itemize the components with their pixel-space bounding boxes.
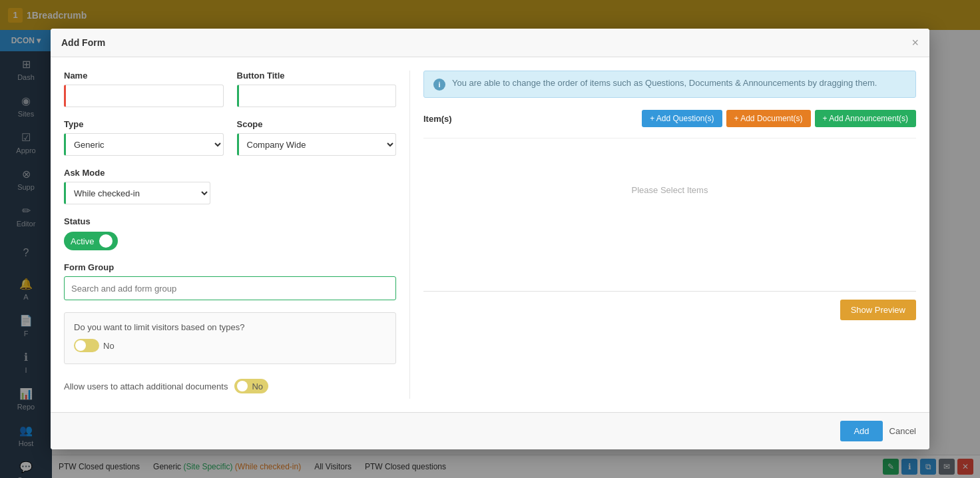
allow-attach-toggle-circle	[237, 381, 248, 391]
button-title-input[interactable]	[237, 85, 397, 107]
items-label: Item(s)	[423, 114, 452, 124]
items-area: Please Select Items	[423, 138, 916, 284]
modal-footer: Add Cancel	[51, 412, 929, 449]
info-banner: i You are able to change the order of it…	[423, 71, 916, 98]
name-label: Name	[64, 71, 224, 81]
status-section: Status Active	[64, 216, 396, 250]
form-group-section: Form Group	[64, 262, 396, 300]
add-button[interactable]: Add	[840, 421, 882, 441]
name-input[interactable]	[64, 85, 224, 107]
toggle-circle	[99, 234, 113, 248]
allow-attach-row: Allow users to attach additional documen…	[64, 373, 396, 399]
ask-mode-label: Ask Mode	[64, 168, 396, 178]
type-label: Type	[64, 119, 224, 129]
allow-attach-text: Allow users to attach additional documen…	[64, 381, 228, 391]
form-group-label: Form Group	[64, 262, 396, 272]
form-group-search-input[interactable]	[64, 276, 396, 300]
info-icon: i	[433, 79, 445, 91]
status-active-text: Active	[71, 236, 94, 246]
items-actions: + Add Question(s) + Add Document(s) + Ad…	[642, 110, 916, 127]
button-title-group: Button Title	[237, 71, 397, 107]
scope-select[interactable]: Company Wide Site Specific	[237, 133, 397, 156]
form-left-panel: Name Button Title Type Generic PTW	[64, 71, 410, 399]
modal-overlay: Add Form × Name Button Title	[0, 0, 980, 478]
ask-mode-select[interactable]: While checked-in Always Once	[64, 182, 210, 204]
allow-attach-toggle[interactable]: No	[234, 379, 268, 393]
add-question-button[interactable]: + Add Question(s)	[642, 110, 722, 127]
limit-visitors-box: Do you want to limit visitors based on t…	[64, 312, 396, 364]
show-preview-section: Show Preview	[423, 291, 916, 320]
form-right-panel: i You are able to change the order of it…	[410, 71, 916, 399]
items-header: Item(s) + Add Question(s) + Add Document…	[423, 110, 916, 127]
scope-label: Scope	[237, 119, 397, 129]
modal-body: Name Button Title Type Generic PTW	[51, 57, 929, 412]
add-form-modal: Add Form × Name Button Title	[51, 29, 929, 449]
show-preview-button[interactable]: Show Preview	[840, 300, 916, 320]
type-group: Type Generic PTW Incident	[64, 119, 224, 156]
limit-toggle-circle	[75, 340, 86, 351]
allow-attach-toggle-label: No	[252, 381, 263, 391]
status-label: Status	[64, 216, 396, 226]
add-document-button[interactable]: + Add Document(s)	[726, 110, 811, 127]
modal-header: Add Form ×	[51, 29, 929, 57]
cancel-button[interactable]: Cancel	[889, 426, 916, 436]
type-scope-row: Type Generic PTW Incident Scope Company …	[64, 119, 396, 156]
limit-toggle-label: No	[103, 341, 115, 351]
limit-toggle-track[interactable]	[74, 339, 99, 352]
items-placeholder-text: Please Select Items	[423, 145, 916, 235]
name-group: Name	[64, 71, 224, 107]
status-toggle[interactable]: Active	[64, 232, 118, 250]
modal-close-button[interactable]: ×	[911, 37, 919, 49]
limit-toggle[interactable]: No	[74, 339, 115, 352]
info-text: You are able to change the order of item…	[452, 78, 877, 88]
button-title-label: Button Title	[237, 71, 397, 81]
limit-visitors-text: Do you want to limit visitors based on t…	[74, 322, 386, 332]
name-buttontitle-row: Name Button Title	[64, 71, 396, 107]
ask-mode-group: Ask Mode While checked-in Always Once	[64, 168, 396, 204]
modal-title: Add Form	[61, 37, 105, 48]
add-announcement-button[interactable]: + Add Announcement(s)	[815, 110, 916, 127]
scope-group: Scope Company Wide Site Specific	[237, 119, 397, 156]
type-select[interactable]: Generic PTW Incident	[64, 133, 224, 156]
